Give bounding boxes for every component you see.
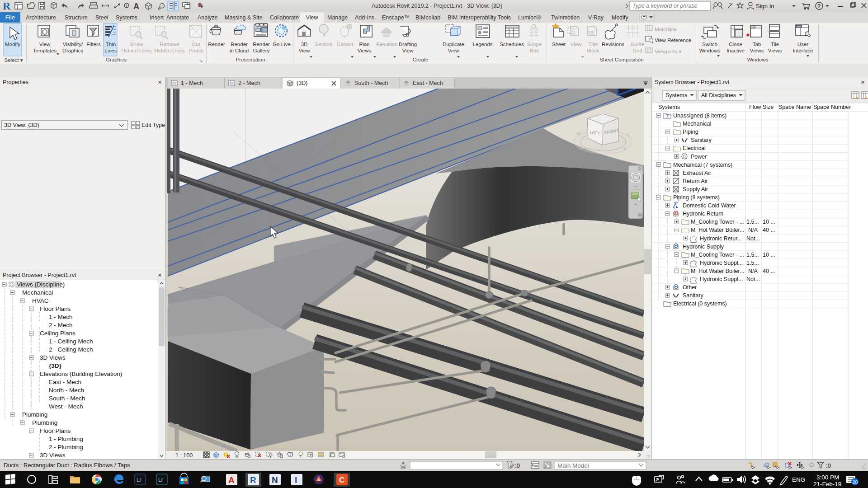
svg-text:Lr: Lr xyxy=(137,477,142,483)
svg-text::0: :0 xyxy=(826,462,831,469)
svg-text:N/A: N/A xyxy=(748,227,758,233)
svg-text:Lr: Lr xyxy=(158,477,163,483)
svg-text:Type a keyword or phrase: Type a keyword or phrase xyxy=(632,3,698,9)
svg-text:2 - Ceiling Mech: 2 - Ceiling Mech xyxy=(49,346,93,353)
svg-text:East - Mech: East - Mech xyxy=(49,379,81,385)
svg-text:Plumbing: Plumbing xyxy=(22,411,47,418)
svg-text:1.5...: 1.5... xyxy=(746,252,759,258)
svg-text:ENG: ENG xyxy=(792,476,805,483)
svg-text:North - Mech: North - Mech xyxy=(49,387,84,394)
svg-text:Sign In: Sign In xyxy=(756,3,774,9)
svg-text:40 ...: 40 ... xyxy=(763,268,775,274)
svg-text:1 - Mech: 1 - Mech xyxy=(49,314,73,320)
svg-text:Piping (8 systems): Piping (8 systems) xyxy=(673,194,720,201)
svg-text:Floor Plans: Floor Plans xyxy=(40,427,71,434)
svg-text:Hydronic Suppl...: Hydronic Suppl... xyxy=(700,260,743,266)
svg-text:I: I xyxy=(295,475,297,485)
svg-text:Mechanical: Mechanical xyxy=(683,121,711,127)
svg-text:HVAC: HVAC xyxy=(32,297,49,304)
svg-text:C: C xyxy=(339,476,344,484)
svg-text:W: W xyxy=(576,131,580,136)
svg-text:1: 1 xyxy=(125,4,127,8)
svg-text:3:00 PM: 3:00 PM xyxy=(816,474,839,481)
svg-text:Elevations (Building Elevation: Elevations (Building Elevation) xyxy=(40,371,122,377)
svg-text:?: ? xyxy=(666,113,669,118)
svg-text:E: E xyxy=(627,132,629,136)
svg-text:Sanitary: Sanitary xyxy=(691,137,712,143)
svg-text:N: N xyxy=(579,146,582,150)
svg-text:South - Mech: South - Mech xyxy=(49,395,85,402)
svg-text:M_Hot Water Boiler...: M_Hot Water Boiler... xyxy=(691,268,744,274)
svg-text:2 - Mech: 2 - Mech xyxy=(49,322,73,328)
svg-text:3D Views: 3D Views xyxy=(40,354,66,361)
svg-text:{3D}: {3D} xyxy=(49,362,62,369)
svg-text:A: A xyxy=(228,475,235,485)
svg-text:?: ? xyxy=(817,3,821,9)
svg-text:Domestic Cold Water: Domestic Cold Water xyxy=(683,202,736,209)
svg-text:Return Air: Return Air xyxy=(683,178,708,184)
svg-text:10 ...: 10 ... xyxy=(763,252,775,258)
svg-text:Space Name: Space Name xyxy=(778,104,811,110)
svg-text:21-Feb-19: 21-Feb-19 xyxy=(813,481,841,488)
svg-text:Other: Other xyxy=(683,284,697,291)
svg-text:N: N xyxy=(272,475,278,485)
svg-text:1 : 100: 1 : 100 xyxy=(175,452,193,459)
svg-text:Mechanical (7 systems): Mechanical (7 systems) xyxy=(673,162,732,168)
svg-text:40 ...: 40 ... xyxy=(763,227,775,233)
svg-text:M_Hot Water Boiler...: M_Hot Water Boiler... xyxy=(691,227,744,233)
svg-text:Hydronic Return: Hydronic Return xyxy=(683,211,723,217)
svg-text:Not...: Not... xyxy=(746,276,760,282)
svg-text:Plumbing: Plumbing xyxy=(32,419,57,426)
svg-text:10 ...: 10 ... xyxy=(763,219,775,225)
svg-text:Flow: Flow xyxy=(749,104,761,110)
svg-text:Unassigned (8 items): Unassigned (8 items) xyxy=(673,113,726,119)
svg-text:2 - Plumbing: 2 - Plumbing xyxy=(49,444,83,450)
svg-text:Hydronic Retur...: Hydronic Retur... xyxy=(700,235,742,242)
svg-text:A: A xyxy=(133,2,139,11)
svg-text:Sanitary: Sanitary xyxy=(683,292,704,299)
svg-text:Views (Discipline): Views (Discipline) xyxy=(17,281,65,288)
svg-text:Piping: Piping xyxy=(683,129,698,135)
svg-text:Ceiling Plans: Ceiling Plans xyxy=(40,330,75,337)
svg-text:Floor Plans: Floor Plans xyxy=(40,305,71,312)
svg-text:Space Number: Space Number xyxy=(813,104,851,110)
svg-text:Hydronic Suppl...: Hydronic Suppl... xyxy=(700,276,743,282)
svg-text:All Disciplines: All Disciplines xyxy=(701,92,736,99)
svg-text:Exhaust Air: Exhaust Air xyxy=(683,170,711,176)
svg-text:1 - Plumbing: 1 - Plumbing xyxy=(49,436,83,442)
svg-text:Supply Air: Supply Air xyxy=(683,186,708,192)
svg-text:Mechanical: Mechanical xyxy=(22,289,53,296)
svg-text:Power: Power xyxy=(691,154,707,160)
svg-text:Electrical: Electrical xyxy=(683,145,706,151)
svg-text:M_Cooling Tower - ...: M_Cooling Tower - ... xyxy=(691,219,744,225)
svg-text::0: :0 xyxy=(515,462,520,469)
svg-text:Not...: Not... xyxy=(746,235,760,242)
svg-text:3D Views: 3D Views xyxy=(40,452,66,459)
svg-text:20: 20 xyxy=(853,479,858,485)
svg-text:1.5...: 1.5... xyxy=(746,219,759,225)
svg-text:Systems: Systems xyxy=(665,92,687,99)
svg-text:M_Cooling Tower - ...: M_Cooling Tower - ... xyxy=(691,252,744,258)
svg-text:Size: Size xyxy=(763,104,774,110)
svg-text:Systems: Systems xyxy=(658,104,680,110)
svg-text:1.5...: 1.5... xyxy=(746,260,759,266)
svg-text:1 - Ceiling Mech: 1 - Ceiling Mech xyxy=(49,338,93,345)
svg-text:West - Mech: West - Mech xyxy=(49,403,83,410)
svg-text:N/A: N/A xyxy=(748,268,758,274)
svg-text:Electrical (0 systems): Electrical (0 systems) xyxy=(673,300,727,307)
svg-text:Main Model: Main Model xyxy=(557,462,589,469)
svg-text:R: R xyxy=(250,475,256,485)
svg-text:Hydronic Supply: Hydronic Supply xyxy=(683,244,724,250)
svg-text:S: S xyxy=(624,146,627,151)
svg-text:R: R xyxy=(3,0,11,12)
